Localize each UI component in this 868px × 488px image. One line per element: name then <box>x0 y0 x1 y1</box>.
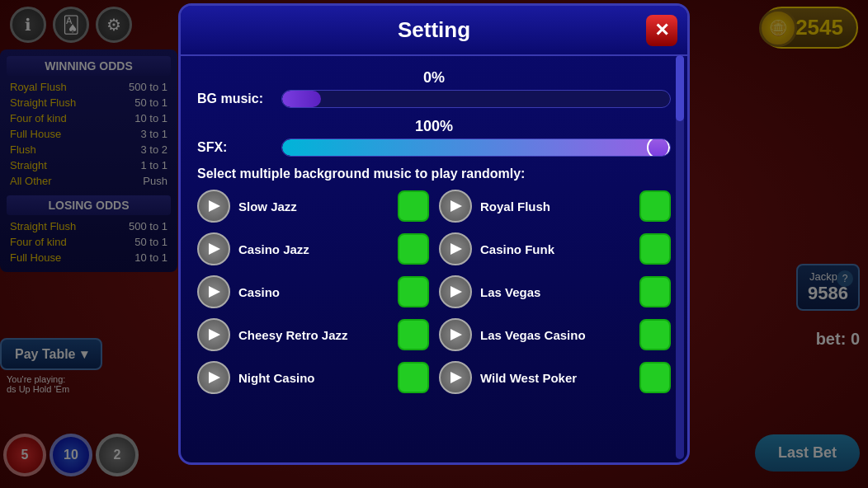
wild-west-toggle[interactable] <box>639 362 671 393</box>
play-icon <box>209 200 220 212</box>
play-icon <box>451 372 462 383</box>
night-casino-label: Night Casino <box>238 371 389 385</box>
play-icon <box>451 286 462 298</box>
play-royal-flush-button[interactable] <box>439 190 472 223</box>
casino-funk-label: Casino Funk <box>480 242 631 256</box>
bg-music-fill <box>282 91 321 107</box>
music-item-casino-jazz: Casino Jazz <box>197 232 429 265</box>
casino-funk-toggle[interactable] <box>639 233 671 265</box>
wild-west-label: Wild West Poker <box>480 371 631 385</box>
sfx-row: SFX: <box>197 138 671 157</box>
music-item-casino-funk: Casino Funk <box>439 232 671 265</box>
play-icon <box>209 243 220 255</box>
music-item-slow-jazz: Slow Jazz <box>197 190 429 223</box>
play-wild-west-button[interactable] <box>439 361 472 394</box>
bg-music-label: BG music: <box>197 92 271 106</box>
modal-title: Setting <box>398 17 470 42</box>
slow-jazz-toggle[interactable] <box>398 190 429 222</box>
cheesy-retro-toggle[interactable] <box>398 319 429 350</box>
modal-header: Setting ✕ <box>181 6 687 56</box>
bg-music-row: BG music: <box>197 90 671 108</box>
modal-body: 0% BG music: 100% SFX: <box>181 56 687 407</box>
bg-music-slider-row: 0% BG music: <box>197 69 671 108</box>
music-item-las-vegas: Las Vegas <box>439 275 671 308</box>
settings-modal: Setting ✕ 0% BG music: 100% SFX: <box>178 3 690 465</box>
select-music-text: Select multiple background music to play… <box>197 167 671 181</box>
las-vegas-toggle[interactable] <box>639 276 671 307</box>
cheesy-retro-label: Cheesy Retro Jazz <box>238 328 389 342</box>
music-item-las-vegas-casino: Las Vegas Casino <box>439 318 671 351</box>
sfx-handle <box>647 138 670 157</box>
music-item-cheesy-retro-jazz: Cheesy Retro Jazz <box>197 318 429 351</box>
sfx-slider[interactable] <box>281 138 671 157</box>
modal-overlay: Setting ✕ 0% BG music: 100% SFX: <box>0 0 868 488</box>
casino-jazz-label: Casino Jazz <box>238 242 389 256</box>
music-grid: Slow Jazz Royal Flush Casino Jazz <box>197 190 671 394</box>
casino-label: Casino <box>238 285 389 299</box>
close-button[interactable]: ✕ <box>646 15 677 46</box>
casino-jazz-toggle[interactable] <box>398 233 429 265</box>
play-icon <box>209 286 220 298</box>
sfx-percent: 100% <box>415 118 453 135</box>
las-vegas-label: Las Vegas <box>480 285 631 299</box>
scrollbar-thumb <box>676 55 684 121</box>
music-item-royal-flush: Royal Flush <box>439 190 671 223</box>
play-casino-jazz-button[interactable] <box>197 232 230 265</box>
play-casino-funk-button[interactable] <box>439 232 472 265</box>
modal-scrollbar[interactable] <box>676 55 684 459</box>
royal-flush-toggle[interactable] <box>639 190 671 222</box>
sfx-fill <box>282 139 670 156</box>
las-vegas-casino-label: Las Vegas Casino <box>480 328 631 342</box>
play-icon <box>209 372 220 383</box>
las-vegas-casino-toggle[interactable] <box>639 319 671 350</box>
play-icon <box>451 200 462 212</box>
bg-music-slider[interactable] <box>281 90 671 108</box>
play-icon <box>451 329 462 340</box>
play-las-vegas-casino-button[interactable] <box>439 318 472 351</box>
play-las-vegas-button[interactable] <box>439 275 472 308</box>
casino-toggle[interactable] <box>398 276 429 307</box>
slow-jazz-label: Slow Jazz <box>238 199 389 214</box>
play-night-casino-button[interactable] <box>197 361 230 394</box>
music-item-wild-west-poker: Wild West Poker <box>439 361 671 394</box>
sfx-slider-row: 100% SFX: <box>197 118 671 157</box>
play-icon <box>209 329 220 340</box>
music-item-night-casino: Night Casino <box>197 361 429 394</box>
play-icon <box>451 243 462 255</box>
sfx-label: SFX: <box>197 140 271 155</box>
night-casino-toggle[interactable] <box>398 362 429 393</box>
play-casino-button[interactable] <box>197 275 230 308</box>
bg-music-percent: 0% <box>423 69 445 87</box>
play-cheesy-retro-button[interactable] <box>197 318 230 351</box>
royal-flush-label: Royal Flush <box>480 199 631 214</box>
play-slow-jazz-button[interactable] <box>197 190 230 223</box>
music-item-casino: Casino <box>197 275 429 308</box>
